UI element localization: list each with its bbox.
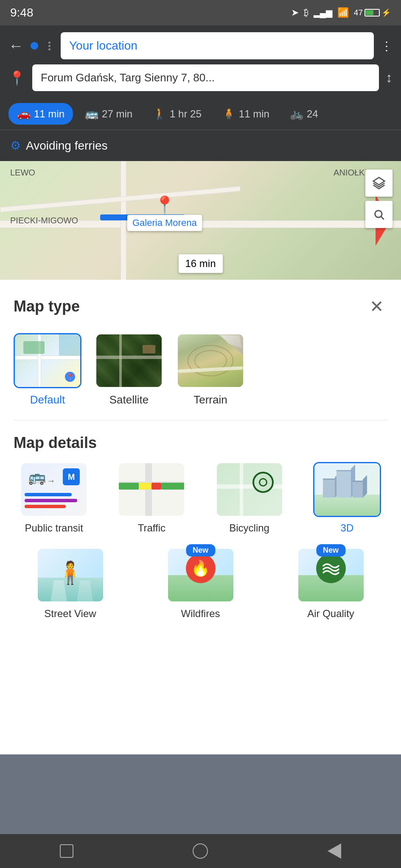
location-icon: ➤ [291,7,299,18]
bus-icon: 🚌 [85,107,98,120]
map-area: LEWO ANIOŁKI PIECKI-MIGOWO 📍 Galeria Mor… [0,161,401,280]
map-marker-label: Galeria Morena [127,215,202,231]
bike-icon: 🚲 [290,107,303,120]
map-type-title: Map type [14,298,80,315]
detail-bicycling-label: Bicycling [229,522,269,534]
bike-time-label: 24 [307,108,318,120]
from-dot-icon [31,42,38,50]
map-type-terrain-thumb [177,333,244,388]
detail-wildfires[interactable]: 🔥 New Wildfires [140,548,261,620]
bottom-sheet: Map type ✕ 📍 Default [0,280,401,754]
walk-mode-button[interactable]: 🚶 1 hr 25 [144,103,210,125]
route-dots [45,38,54,54]
status-time: 9:48 [10,6,34,19]
detail-transit-thumb: M 🚌 → [20,462,88,517]
square-icon [60,844,73,858]
map-search-button[interactable] [365,201,393,228]
walk-icon: 🚶 [153,107,166,120]
map-time-badge: 16 min [178,254,222,273]
detail-airquality[interactable]: New Air Quality [271,548,391,620]
back-nav-button[interactable] [328,843,341,859]
close-sheet-button[interactable]: ✕ [366,293,387,320]
detail-streetview-thumb: 🧍 [36,548,104,603]
avoiding-label: Avoiding ferries [26,139,107,153]
triangle-icon [328,843,341,859]
detail-transit-label: Public transit [25,522,83,534]
bluetooth-icon: ₿ [304,7,308,18]
map-type-terrain-label: Terrain [193,393,227,406]
status-icons: ➤ ₿ ▂▄▆ 📶 47 ⚡ [291,7,391,18]
detail-wildfires-label: Wildfires [181,608,220,620]
map-type-default-label: Default [30,393,65,406]
home-button[interactable] [193,843,208,859]
svg-point-1 [375,211,382,217]
map-type-satellite-thumb [95,333,163,388]
drive-mode-button[interactable]: 🚗 11 min [8,103,73,125]
map-road-vertical [121,161,126,280]
map-label-piecki: PIECKI-MIGOWO [10,216,78,225]
settings-icon: ⚙ [10,139,21,153]
transit-time-label: 27 min [102,108,132,120]
battery-percent: 47 [354,8,363,17]
map-background: LEWO ANIOŁKI PIECKI-MIGOWO 📍 Galeria Mor… [0,161,401,280]
map-pin-icon: 📍 [154,195,175,215]
from-location-input[interactable] [61,32,374,59]
detail-traffic-label: Traffic [138,522,165,534]
nav-from-row: ← ⋮ [8,32,393,59]
detail-transit[interactable]: M 🚌 → Public transit [10,462,98,534]
avoiding-row: ⚙ Avoiding ferries [0,130,401,161]
svg-line-2 [381,217,384,219]
transport-modes-row: 🚗 11 min 🚌 27 min 🚶 1 hr 25 🧍 11 min 🚲 2… [0,98,401,130]
rideshare-time-label: 11 min [239,108,269,120]
map-type-grid: 📍 Default Satellite [0,330,401,420]
detail-airquality-label: Air Quality [307,608,354,620]
map-marker-galeria: 📍 Galeria Morena [127,195,202,231]
map-details-row1: M 🚌 → Public transit [0,462,401,544]
battery-box [365,9,380,17]
person-icon: 🧍 [222,107,236,120]
destination-input[interactable] [32,64,379,91]
map-label-lewo: LEWO [10,168,35,178]
destination-pin-icon: 📍 [8,70,25,86]
bike-mode-button[interactable]: 🚲 24 [281,103,327,125]
detail-3d[interactable]: 3D [303,462,391,534]
airquality-new-badge: New [316,544,345,556]
detail-wildfires-wrapper: 🔥 New [167,548,235,603]
detail-traffic[interactable]: Traffic [108,462,195,534]
map-details-row2: 🧍 Street View 🔥 New [0,544,401,640]
detail-airquality-wrapper: New [297,548,365,603]
map-details-title: Map details [0,420,401,462]
more-options-button[interactable]: ⋮ [381,39,393,53]
battery-indicator: 47 ⚡ [354,8,391,17]
signal-icon: ▂▄▆ [314,8,332,18]
map-type-terrain[interactable]: Terrain [177,333,244,406]
detail-bicycling-thumb [216,462,283,517]
detail-traffic-thumb [118,462,185,517]
transit-mode-button[interactable]: 🚌 27 min [76,103,141,125]
sheet-header: Map type ✕ [0,280,401,330]
swap-directions-button[interactable]: ↕ [386,70,393,86]
detail-bicycling[interactable]: Bicycling [206,462,293,534]
map-layers-button[interactable] [365,170,393,197]
back-button[interactable]: ← [8,37,24,55]
map-type-default[interactable]: 📍 Default [14,333,81,406]
car-icon: 🚗 [17,107,31,120]
rideshare-mode-button[interactable]: 🧍 11 min [213,103,278,125]
detail-streetview[interactable]: 🧍 Street View [10,548,130,620]
circle-icon [193,843,208,859]
bolt-icon: ⚡ [381,8,391,17]
detail-3d-label: 3D [341,522,354,534]
map-type-satellite[interactable]: Satellite [95,333,163,406]
map-label-aniolki: ANIOŁKI [334,168,367,178]
nav-header: ← ⋮ 📍 ↕ [0,25,401,98]
wifi-icon: 📶 [337,7,349,18]
drive-time-label: 11 min [34,108,64,120]
recent-apps-button[interactable] [60,844,73,858]
system-nav-bar [0,834,401,868]
map-type-default-thumb: 📍 [14,333,81,388]
status-bar: 9:48 ➤ ₿ ▂▄▆ 📶 47 ⚡ [0,0,401,25]
walk-time-label: 1 hr 25 [170,108,202,120]
battery-fill [366,10,373,15]
wildfires-new-badge: New [186,544,215,556]
detail-3d-thumb [313,462,381,517]
